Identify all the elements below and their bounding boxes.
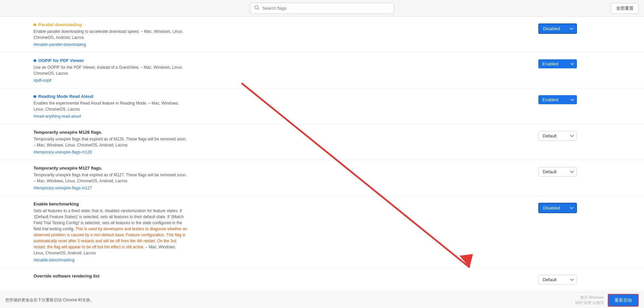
flag-description-temporary-unexpire-flags-m126: Temporarily unexpire flags that expired …: [34, 136, 188, 148]
flag-title-override-software-rendering-list: Override software rendering list: [34, 273, 100, 279]
flag-select-pdf-oopif[interactable]: DefaultEnabledDisabled: [538, 59, 577, 68]
flag-link-pdf-oopif[interactable]: #pdf-oopif: [34, 78, 51, 83]
search-container: [250, 3, 394, 14]
flag-item-temporary-unexpire-flags-m127: Temporarily unexpire M127 flags.Temporar…: [0, 160, 644, 196]
bottom-bar: 您所做的更改会在下次重新启动 Chrome 时生效。 激活 Windows 转到…: [0, 292, 644, 308]
flag-control-read-anything-read-aloud: DefaultEnabledDisabled: [538, 95, 577, 104]
flag-info-read-anything-read-aloud: Reading Mode Read AloudEnables the exper…: [34, 94, 533, 119]
flag-control-temporary-unexpire-flags-m127: DefaultEnabledDisabled: [538, 167, 577, 177]
flag-select-parallel-downloading[interactable]: DefaultEnabledDisabled: [538, 23, 577, 34]
svg-point-0: [255, 6, 258, 9]
flag-item-pdf-oopif: OOPIF for PDF ViewerUse an OOPIF for the…: [0, 53, 644, 88]
flag-description-read-anything-read-aloud: Enables the experimental Read Aloud feat…: [34, 100, 188, 112]
flag-info-temporary-unexpire-flags-m127: Temporarily unexpire M127 flags.Temporar…: [34, 166, 533, 190]
flag-link-read-anything-read-aloud[interactable]: #read-anything-read-aloud: [34, 114, 81, 119]
flag-info-enable-benchmarking: Enable benchmarkingSets all features to …: [34, 201, 533, 262]
flag-link-enable-benchmarking[interactable]: #enable-benchmarking: [34, 258, 74, 262]
flag-select-temporary-unexpire-flags-m127[interactable]: DefaultEnabledDisabled: [538, 167, 577, 177]
top-bar: 全部重置: [0, 0, 644, 17]
flag-link-temporary-unexpire-flags-m126[interactable]: #temporary-unexpire-flags-m126: [34, 150, 92, 155]
flag-info-temporary-unexpire-flags-m126: Temporarily unexpire M126 flags.Temporar…: [34, 130, 533, 155]
flag-control-temporary-unexpire-flags-m126: DefaultEnabledDisabled: [538, 131, 577, 141]
flag-title-parallel-downloading: Parallel downloading: [38, 22, 82, 27]
flags-list: Parallel downloadingEnable parallel down…: [0, 17, 644, 293]
flag-title-temporary-unexpire-flags-m126: Temporarily unexpire M126 flags.: [34, 130, 102, 135]
bottom-right: 激活 Windows 转到"设置"以激活 重新启动: [575, 294, 639, 307]
flag-select-temporary-unexpire-flags-m126[interactable]: DefaultEnabledDisabled: [538, 131, 577, 141]
search-icon: [254, 5, 260, 11]
flag-info-parallel-downloading: Parallel downloadingEnable parallel down…: [34, 22, 533, 47]
flag-control-enable-benchmarking: DefaultEnabledDisabled: [538, 203, 577, 213]
flag-title-temporary-unexpire-flags-m127: Temporarily unexpire M127 flags.: [34, 166, 102, 171]
flag-item-enable-benchmarking: Enable benchmarkingSets all features to …: [0, 196, 644, 268]
flag-description-enable-benchmarking: Sets all features to a fixed state; that…: [34, 208, 188, 256]
flag-dot-parallel-downloading: [34, 23, 36, 26]
reset-button[interactable]: 全部重置: [611, 3, 639, 14]
svg-line-1: [258, 9, 259, 10]
flag-select-read-anything-read-aloud[interactable]: DefaultEnabledDisabled: [538, 95, 577, 104]
flag-title-enable-benchmarking: Enable benchmarking: [34, 201, 79, 206]
flag-control-parallel-downloading: DefaultEnabledDisabled: [538, 23, 577, 34]
flag-control-pdf-oopif: DefaultEnabledDisabled: [538, 59, 577, 68]
flag-dot-pdf-oopif: [34, 59, 36, 62]
flag-description-pdf-oopif: Use an OOPIF for the PDF Viewer, instead…: [34, 64, 188, 76]
flag-info-pdf-oopif: OOPIF for PDF ViewerUse an OOPIF for the…: [34, 58, 533, 83]
flag-description-temporary-unexpire-flags-m127: Temporarily unexpire flags that expired …: [34, 172, 188, 184]
flag-dot-read-anything-read-aloud: [34, 95, 36, 98]
flag-select-enable-benchmarking[interactable]: DefaultEnabledDisabled: [538, 203, 577, 213]
windows-activate-text: 激活 Windows 转到"设置"以激活: [575, 295, 604, 305]
flag-title-read-anything-read-aloud: Reading Mode Read Aloud: [38, 94, 93, 99]
relaunch-button[interactable]: 重新启动: [608, 294, 639, 307]
flag-item-read-anything-read-aloud: Reading Mode Read AloudEnables the exper…: [0, 88, 644, 124]
flag-item-override-software-rendering-list: Override software rendering listDefaultE…: [0, 268, 644, 290]
flag-title-pdf-oopif: OOPIF for PDF Viewer: [38, 58, 84, 63]
flag-item-parallel-downloading: Parallel downloadingEnable parallel down…: [0, 17, 644, 53]
flag-select-override-software-rendering-list[interactable]: DefaultEnabledDisabled: [538, 275, 577, 285]
flag-link-temporary-unexpire-flags-m127[interactable]: #temporary-unexpire-flags-m127: [34, 186, 92, 190]
flag-control-override-software-rendering-list: DefaultEnabledDisabled: [538, 275, 577, 285]
search-input[interactable]: [262, 6, 390, 11]
flag-description-parallel-downloading: Enable parallel downloading to accelerat…: [34, 28, 188, 41]
bottom-message: 您所做的更改会在下次重新启动 Chrome 时生效。: [5, 297, 94, 303]
flag-link-parallel-downloading[interactable]: #enable-parallel-downloading: [34, 42, 86, 47]
flag-item-temporary-unexpire-flags-m126: Temporarily unexpire M126 flags.Temporar…: [0, 124, 644, 160]
flag-info-override-software-rendering-list: Override software rendering list: [34, 273, 533, 280]
